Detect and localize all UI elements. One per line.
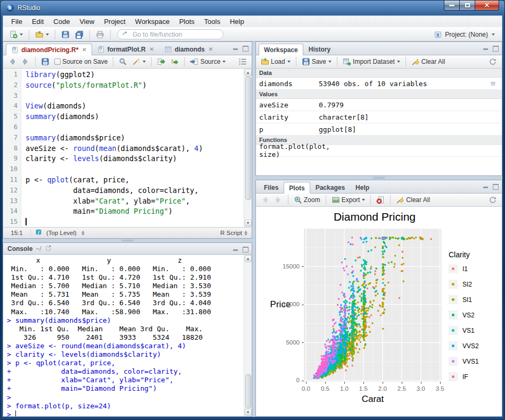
- tab-label: diamondPricing.R*: [21, 46, 78, 54]
- menu-plots[interactable]: Plots: [175, 16, 200, 27]
- back-button[interactable]: [6, 56, 18, 67]
- code-line[interactable]: xlab="Carat", ylab="Price",: [26, 196, 244, 207]
- code-line[interactable]: clarity <- levels(diamonds$clarity): [26, 154, 244, 164]
- tab-plots[interactable]: Plots: [284, 182, 310, 194]
- tab-files[interactable]: Files: [259, 181, 284, 193]
- project-menu-button[interactable]: R Project: (None): [431, 29, 498, 40]
- horizontal-splitter[interactable]: [3, 239, 252, 242]
- run-button[interactable]: [155, 56, 167, 67]
- console-input[interactable]: x y z Min. : 0.000 Min. : 0.000 Min. : 0…: [3, 255, 244, 416]
- import-dataset-button[interactable]: Import Dataset: [341, 56, 402, 67]
- object-row-format-plot-plot-size-[interactable]: format.plot(plot, size): [256, 145, 502, 157]
- code-line[interactable]: data=diamonds, color=clarity,: [26, 186, 244, 196]
- close-tab-icon[interactable]: ✕: [82, 47, 86, 53]
- save-workspace-button[interactable]: Save: [300, 56, 333, 67]
- code-line[interactable]: aveSize <- round(mean(diamonds$carat), 4…: [26, 144, 244, 154]
- pane-minimize-icon[interactable]: [233, 45, 239, 51]
- code-tools-button[interactable]: [130, 56, 147, 67]
- menu-code[interactable]: Code: [48, 16, 74, 27]
- pane-minimize-icon[interactable]: [483, 183, 489, 189]
- new-file-button[interactable]: [7, 29, 24, 40]
- remove-plot-button[interactable]: [375, 195, 386, 205]
- menu-view[interactable]: View: [74, 16, 99, 27]
- close-button[interactable]: ✕: [475, 1, 499, 11]
- tab-workspace[interactable]: Workspace: [259, 44, 303, 55]
- console-popout-icon[interactable]: [45, 245, 53, 253]
- find-button[interactable]: [117, 56, 129, 67]
- object-row-clarity[interactable]: claritycharacter[8]: [256, 111, 502, 123]
- previous-plot-button[interactable]: [259, 195, 271, 205]
- tab-help[interactable]: Help: [350, 181, 375, 193]
- menu-file[interactable]: File: [6, 16, 27, 27]
- goto-file-search[interactable]: [117, 29, 223, 39]
- code-line[interactable]: summary(diamonds$price): [26, 133, 244, 144]
- title-bar[interactable]: R RStudio ✕: [3, 1, 502, 15]
- tab-diamondpricing-r[interactable]: RdiamondPricing.R*✕: [6, 44, 92, 55]
- pane-maximize-icon[interactable]: [492, 45, 499, 51]
- menu-edit[interactable]: Edit: [27, 16, 48, 27]
- view-data-icon[interactable]: [491, 80, 499, 88]
- pane-maximize-icon[interactable]: [242, 246, 249, 252]
- refresh-plot-button[interactable]: [487, 195, 499, 205]
- code-editor[interactable]: 123456789101112131415 library(ggplot2)so…: [3, 69, 252, 227]
- scope-selector[interactable]: f (Top Level): [31, 229, 89, 237]
- code-line[interactable]: [26, 217, 244, 227]
- object-value: ggplot[8]: [319, 125, 502, 133]
- object-row-p[interactable]: pggplot[8]: [256, 123, 502, 136]
- pane-maximize-icon[interactable]: [242, 45, 249, 51]
- code-line[interactable]: summary(diamonds): [26, 112, 244, 122]
- close-tab-icon[interactable]: ✕: [150, 46, 154, 52]
- code-line[interactable]: [26, 122, 244, 133]
- goto-file-input[interactable]: [133, 31, 212, 38]
- save-all-button[interactable]: [73, 29, 85, 40]
- source-on-save-checkbox[interactable]: Source on Save: [53, 57, 109, 66]
- source-run-button[interactable]: Source: [188, 56, 227, 67]
- refresh-button[interactable]: [487, 56, 499, 67]
- scroll-up-icon[interactable]: ▲: [245, 69, 252, 76]
- code-line[interactable]: main="Diamond Pricing"): [26, 206, 244, 217]
- scroll-down-icon[interactable]: ▼: [245, 409, 252, 416]
- print-button[interactable]: [94, 29, 106, 40]
- editor-scrollbar[interactable]: ▲ ▼: [244, 69, 252, 227]
- code-line[interactable]: p <- qplot(carat, price,: [26, 175, 244, 186]
- menu-tools[interactable]: Tools: [200, 16, 225, 27]
- code-line[interactable]: library(ggplot2): [26, 70, 244, 80]
- save-source-button[interactable]: [39, 56, 51, 67]
- export-plot-button[interactable]: Export: [330, 195, 367, 205]
- open-file-button[interactable]: [34, 29, 51, 40]
- save-button[interactable]: [60, 29, 71, 40]
- horizontal-splitter[interactable]: [255, 176, 502, 180]
- code-line[interactable]: View(diamonds): [26, 101, 244, 112]
- workspace-pane: WorkspaceHistory Load Save Import Datase…: [255, 41, 502, 176]
- code-line[interactable]: [26, 164, 244, 175]
- minimize-button[interactable]: [444, 1, 460, 11]
- zoom-plot-button[interactable]: Zoom: [292, 195, 322, 205]
- console-scrollbar[interactable]: ▲ ▼: [244, 255, 252, 416]
- tab-diamonds[interactable]: diamonds✕: [159, 43, 218, 55]
- tab-formatplot-r[interactable]: RformatPlot.R✕: [92, 43, 159, 55]
- forward-button[interactable]: [20, 56, 31, 67]
- file-type-selector[interactable]: R Script: [220, 230, 252, 236]
- object-row-aveSize[interactable]: aveSize0.7979: [256, 99, 502, 111]
- scroll-up-icon[interactable]: ▲: [245, 255, 252, 262]
- tab-history[interactable]: History: [303, 43, 336, 55]
- clear-plots-button[interactable]: Clear All: [394, 195, 432, 205]
- close-tab-icon[interactable]: ✕: [209, 46, 213, 52]
- code-line[interactable]: [26, 91, 244, 102]
- next-plot-button[interactable]: [272, 195, 284, 205]
- tab-packages[interactable]: Packages: [310, 181, 350, 193]
- pane-minimize-icon[interactable]: [483, 45, 489, 51]
- menu-workspace[interactable]: Workspace: [130, 16, 175, 27]
- maximize-button[interactable]: [460, 1, 475, 11]
- rerun-button[interactable]: [169, 56, 180, 67]
- pane-minimize-icon[interactable]: [233, 246, 239, 252]
- object-row-diamonds[interactable]: diamonds53940 obs. of 10 variables: [256, 78, 502, 90]
- load-workspace-button[interactable]: Load: [259, 56, 292, 67]
- document-outline-button[interactable]: [237, 56, 249, 67]
- scroll-down-icon[interactable]: ▼: [245, 220, 252, 226]
- code-line[interactable]: source("plots/formatPlot.R"): [26, 80, 244, 91]
- menu-help[interactable]: Help: [225, 16, 249, 27]
- clear-workspace-button[interactable]: Clear All: [410, 56, 447, 67]
- pane-maximize-icon[interactable]: [492, 183, 499, 189]
- menu-project[interactable]: Project: [99, 16, 130, 27]
